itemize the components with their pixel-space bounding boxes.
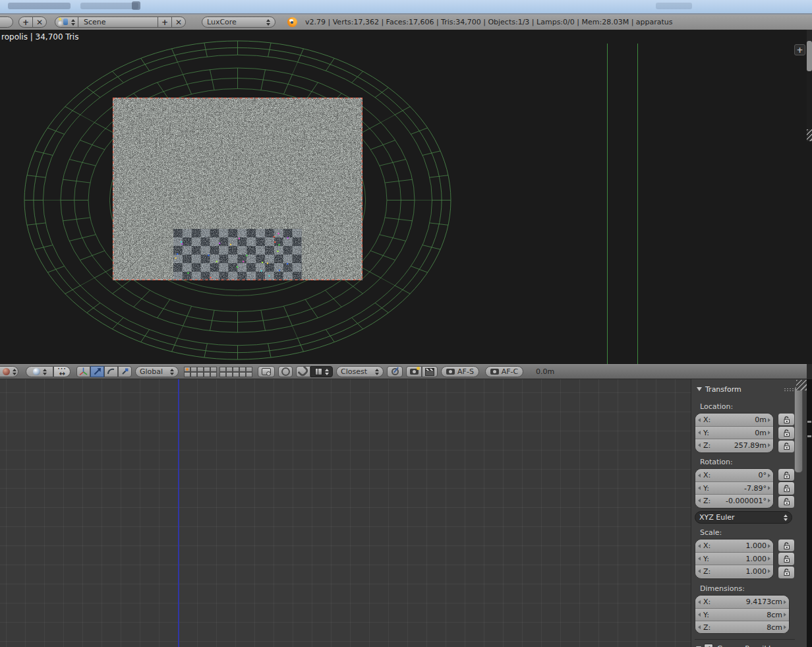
render-engine-dropdown[interactable]: LuxCore — [202, 16, 276, 28]
orientation-dropdown[interactable]: Global — [135, 366, 179, 377]
increment-arrow-icon[interactable] — [784, 600, 786, 604]
snap-toggle-button[interactable] — [296, 366, 310, 377]
field-value: 0m — [755, 429, 767, 437]
cutoff-widget[interactable] — [0, 16, 13, 28]
decrement-arrow-icon[interactable] — [698, 557, 701, 561]
autofocus-continuous-button[interactable]: AF-C — [485, 366, 523, 377]
rotation-y-field[interactable]: Y:-7.89° — [695, 481, 773, 494]
increment-arrow-icon[interactable] — [768, 431, 770, 435]
scene-name-field[interactable]: Scene — [78, 16, 158, 28]
decrement-arrow-icon[interactable] — [698, 431, 701, 435]
proportional-edit-icon — [281, 367, 290, 376]
panel-scrollbar[interactable] — [794, 386, 803, 473]
autofocus-single-button[interactable]: AF-S — [441, 366, 479, 377]
grease-pencil-header[interactable]: ✓ Grease Pencil Layers — [695, 644, 795, 647]
right-resize-grip[interactable] — [807, 129, 812, 141]
decrement-arrow-icon[interactable] — [698, 569, 701, 573]
right-scrollbar-thumb[interactable] — [807, 41, 812, 71]
lock-button[interactable] — [778, 552, 795, 565]
edge-mark — [807, 435, 811, 437]
rotation-mode-dropdown[interactable]: XYZ Euler — [695, 511, 792, 524]
green-edge-line — [637, 44, 638, 364]
lock-button[interactable] — [778, 413, 795, 426]
panel-resize-grip[interactable] — [796, 380, 807, 390]
dimensions-x-field[interactable]: X:9.4173cm — [695, 596, 789, 608]
location-y-field[interactable]: Y:0m — [695, 426, 773, 439]
decrement-arrow-icon[interactable] — [698, 486, 701, 490]
lock-button[interactable] — [778, 481, 795, 495]
increment-arrow-icon[interactable] — [768, 443, 770, 447]
close-icon: ✕ — [175, 18, 182, 26]
mode-dropdown[interactable] — [0, 366, 18, 377]
increment-arrow-icon[interactable] — [768, 544, 770, 548]
brush-button[interactable] — [387, 366, 403, 377]
increment-arrow-icon[interactable] — [768, 418, 770, 422]
axis-label: Z: — [703, 441, 710, 450]
decrement-arrow-icon[interactable] — [698, 613, 701, 617]
increment-arrow-icon[interactable] — [768, 499, 770, 503]
increment-arrow-icon[interactable] — [768, 486, 770, 490]
decrement-arrow-icon[interactable] — [698, 544, 701, 548]
close-button[interactable]: ✕ — [32, 16, 47, 28]
decrement-arrow-icon[interactable] — [698, 443, 701, 447]
location-x-field[interactable]: X:0m — [695, 414, 773, 426]
shading-dropdown[interactable] — [26, 366, 53, 377]
layers-grid[interactable] — [219, 367, 252, 377]
decrement-arrow-icon[interactable] — [698, 418, 701, 422]
lock-button[interactable] — [778, 495, 795, 508]
scale-x-field[interactable]: X:1.000 — [695, 539, 773, 552]
scene-browse-button[interactable] — [55, 16, 78, 28]
render-anim-button[interactable] — [422, 366, 438, 377]
lock-button[interactable] — [778, 539, 795, 552]
scene-unlink-button[interactable]: ✕ — [171, 16, 186, 28]
increment-arrow-icon[interactable] — [768, 569, 770, 573]
decrement-arrow-icon[interactable] — [698, 625, 701, 629]
increment-arrow-icon[interactable] — [784, 625, 786, 629]
lock-display-icon — [262, 368, 271, 375]
dimensions-z-field[interactable]: Z:8cm — [695, 621, 789, 633]
scale-manipulator-button[interactable] — [118, 366, 132, 377]
rotation-label: Rotation: — [700, 458, 795, 466]
dimensions-y-field[interactable]: Y:8cm — [695, 608, 789, 621]
translate-manipulator-button[interactable] — [76, 366, 90, 377]
decrement-arrow-icon[interactable] — [698, 499, 701, 503]
render-still-button[interactable] — [406, 366, 422, 377]
lock-to-scene-button[interactable] — [258, 366, 275, 377]
manipulator-buttons — [76, 366, 132, 377]
increment-arrow-icon[interactable] — [784, 613, 786, 617]
drag-dots-icon[interactable] — [784, 388, 794, 392]
header-add-close-group: + ✕ — [18, 16, 47, 28]
rotation-z-field[interactable]: Z:-0.000001° — [695, 494, 773, 507]
scale-z-field[interactable]: Z:1.000 — [695, 565, 773, 577]
lock-button[interactable] — [778, 566, 795, 579]
titlebar-text-smudge — [80, 3, 138, 9]
increment-arrow-icon[interactable] — [768, 557, 770, 561]
move-manipulator-button[interactable] — [90, 366, 104, 377]
location-z-field[interactable]: Z:257.89m — [695, 439, 773, 451]
proportional-edit-button[interactable] — [278, 366, 293, 377]
rotation-x-field[interactable]: X:0° — [695, 469, 773, 481]
manipulator-toggle[interactable]: •••↔ — [53, 366, 71, 377]
axis-label: Y: — [703, 429, 709, 437]
add-button[interactable]: + — [18, 16, 33, 28]
right-edge-strip — [807, 141, 812, 364]
decrement-arrow-icon[interactable] — [698, 600, 701, 604]
viewport-3d[interactable]: ropolis | 34,700 Tris + — [0, 30, 812, 364]
scene-add-button[interactable]: + — [158, 16, 172, 28]
lock-button[interactable] — [778, 468, 795, 481]
snap-element-button[interactable] — [310, 366, 333, 377]
grease-pencil-checkbox[interactable]: ✓ — [704, 644, 713, 647]
transform-panel-header[interactable]: Transform — [695, 385, 795, 394]
chevron-updown-icon — [43, 369, 47, 375]
snap-mode-dropdown[interactable]: Closest — [336, 366, 384, 377]
lock-button[interactable] — [778, 426, 795, 439]
decrement-arrow-icon[interactable] — [698, 474, 701, 478]
lock-button[interactable] — [778, 440, 795, 453]
unlock-icon — [782, 568, 791, 576]
unlock-icon — [782, 541, 791, 550]
layers-grid[interactable] — [184, 367, 217, 377]
increment-arrow-icon[interactable] — [768, 474, 770, 478]
open-properties-panel-button[interactable]: + — [794, 44, 805, 55]
scale-y-field[interactable]: Y:1.000 — [695, 552, 773, 565]
rotate-manipulator-button[interactable] — [104, 366, 118, 377]
